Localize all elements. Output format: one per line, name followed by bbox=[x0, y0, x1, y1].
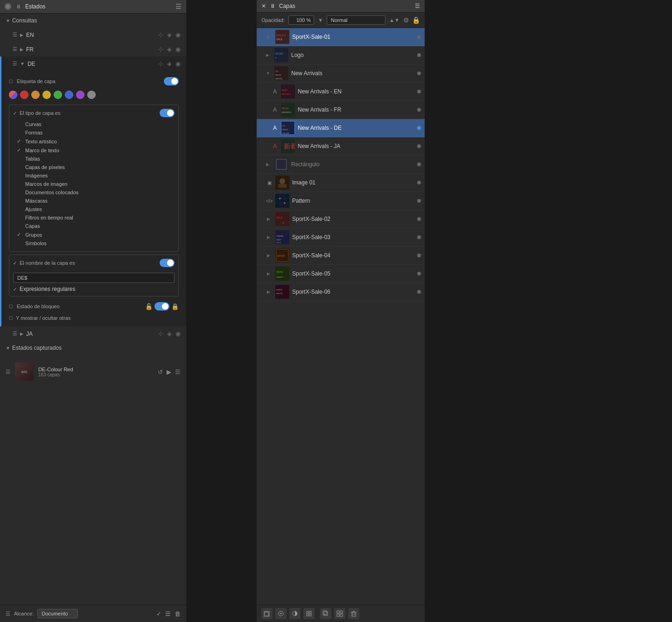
svg-text:SPORT: SPORT bbox=[276, 34, 286, 37]
layer-tag-toggle[interactable] bbox=[164, 77, 179, 85]
adjust-button[interactable] bbox=[303, 608, 315, 619]
checkbox-lock-icon: ☐ bbox=[9, 304, 13, 309]
type-ajustes[interactable]: Ajustes bbox=[13, 205, 175, 213]
swatch-orange[interactable] bbox=[31, 91, 40, 99]
blend-select[interactable]: Normal bbox=[327, 15, 385, 25]
type-filtros[interactable]: Filtros en tiempo real bbox=[13, 213, 175, 222]
layer-type-toggle[interactable] bbox=[160, 109, 175, 117]
menu-icon[interactable]: ☰ bbox=[175, 3, 182, 10]
layer-item-pattern[interactable]: </> Pattern bbox=[257, 192, 425, 210]
svg-text:NOUV.: NOUV. bbox=[282, 107, 289, 110]
type-grupos[interactable]: ✓ Grupos bbox=[13, 230, 175, 239]
close-button[interactable]: ✕ bbox=[5, 3, 11, 10]
footer-checkmark-icon[interactable]: ✓ bbox=[156, 610, 161, 617]
lock-label: Estado de bloqueo bbox=[17, 304, 141, 309]
swatch-purple[interactable] bbox=[76, 91, 84, 99]
type-texto-artistico[interactable]: ✓ Texto artístico bbox=[13, 137, 175, 146]
checkmark-icon: ✓ bbox=[13, 111, 17, 116]
type-mascaras[interactable]: Máscaras bbox=[13, 197, 175, 205]
checkbox-empty-icon: ☐ bbox=[9, 79, 13, 84]
layer-item-rectangle[interactable]: ▶ Rectángulo bbox=[257, 156, 425, 174]
expand-icon-sportx06[interactable]: ▶ bbox=[267, 290, 273, 294]
swatch-multicolor[interactable] bbox=[9, 91, 17, 99]
query-row-en[interactable]: ☰ ▶ EN ⊹ ◈ ◉ bbox=[0, 28, 186, 42]
type-marcos-imagen[interactable]: Marcos de imagen bbox=[13, 180, 175, 188]
layer-name-pattern: Pattern bbox=[292, 198, 414, 204]
type-capas-pixeles[interactable]: Capas de píxeles bbox=[13, 163, 175, 171]
new-fx-button[interactable] bbox=[275, 608, 287, 619]
svg-rect-61 bbox=[324, 612, 328, 615]
type-capas[interactable]: Capas bbox=[13, 222, 175, 230]
swatch-green[interactable] bbox=[54, 91, 62, 99]
type-marco-texto[interactable]: ✓ Marco de texto bbox=[13, 146, 175, 155]
layer-item-sportx05[interactable]: ▶ 30% RABATT SportX-Sale-05 bbox=[257, 265, 425, 283]
layer-name-input[interactable] bbox=[13, 273, 175, 283]
layer-item-sportx02[interactable]: ▶ SALE 02 SportX-Sale-02 bbox=[257, 210, 425, 228]
scope-select[interactable]: Documento bbox=[37, 609, 78, 618]
captured-section-header[interactable]: ▼ Estados capturados bbox=[0, 341, 186, 355]
layer-item-new-arrivals-fr[interactable]: A NOUV. ARRIVÉES New Arrivals - FR bbox=[257, 101, 425, 119]
more-icon[interactable]: ☰ bbox=[175, 368, 181, 375]
type-imagenes[interactable]: Imágenes bbox=[13, 171, 175, 180]
layer-item-sportx04[interactable]: ▶ SPORT SportX-Sale-04 bbox=[257, 247, 425, 265]
new-arrivals-preview: DIE NEUIG KEITEN bbox=[274, 66, 288, 80]
swatch-gray[interactable] bbox=[87, 91, 96, 99]
expand-icon-sportx05[interactable]: ▶ bbox=[267, 271, 273, 276]
footer-list-icon2[interactable]: ☰ bbox=[165, 610, 171, 617]
opacity-input[interactable] bbox=[288, 15, 314, 25]
panel-footer: ☰ Alcance: Documento ✓ ☰ 🗑 bbox=[0, 605, 186, 622]
pause-button[interactable]: ⏸ bbox=[15, 3, 21, 10]
group-button[interactable] bbox=[334, 608, 345, 619]
expand-icon-sportx02[interactable]: ▶ bbox=[267, 217, 273, 221]
footer-trash-icon[interactable]: 🗑 bbox=[175, 610, 181, 617]
settings-lock-icon[interactable]: 🔒 bbox=[412, 16, 420, 24]
query-row-ja[interactable]: ☰ ▶ JA ⊹ ◈ ◉ bbox=[0, 326, 186, 341]
de-header[interactable]: ☰ ▼ DE ⊹ ◈ ◉ bbox=[1, 57, 186, 71]
consultas-section-header[interactable]: ▼ Consultas bbox=[0, 14, 186, 28]
query-label-en: EN bbox=[26, 32, 155, 38]
capas-pause-button[interactable]: ⏸ bbox=[270, 3, 275, 9]
expand-icon-new-arrivals[interactable]: ▼ bbox=[266, 71, 272, 76]
capas-panel: ✕ ⏸ Capas ☰ Opacidad: ▼ Normal ▲▼ ⚙ 🔒 ▶ … bbox=[257, 0, 425, 622]
type-mascaras-label: Máscaras bbox=[25, 198, 48, 204]
duplicate-button[interactable] bbox=[320, 608, 331, 619]
expand-icon-rectangle[interactable]: ▶ bbox=[266, 162, 272, 167]
layer-item-new-arrivals-ja[interactable]: A 新着 New Arrivals - JA bbox=[257, 137, 425, 156]
blend-button[interactable] bbox=[289, 608, 301, 619]
layer-item-sportx01[interactable]: ▶ SPORT SALE SportX-Sale-01 bbox=[257, 28, 425, 46]
eye-slash-icon-de: ◈ bbox=[167, 60, 172, 67]
swatch-blue[interactable] bbox=[65, 91, 73, 99]
sportx04-preview: SPORT bbox=[275, 248, 289, 262]
layer-name-toggle[interactable] bbox=[160, 259, 175, 267]
expand-icon-logo[interactable]: ▶ bbox=[266, 53, 272, 57]
layer-item-sportx06[interactable]: ▶ ENDET HEUTE SportX-Sale-06 bbox=[257, 283, 425, 301]
expand-icon-sportx04[interactable]: ▶ bbox=[267, 253, 273, 258]
expand-icon-sportx03[interactable]: ▶ bbox=[267, 235, 273, 240]
svg-rect-57 bbox=[307, 611, 308, 613]
type-simbolos[interactable]: Símbolos bbox=[13, 239, 175, 247]
type-documentos-colocados[interactable]: Documentos colocados bbox=[13, 188, 175, 197]
swatch-red[interactable] bbox=[20, 91, 28, 99]
layer-item-new-arrivals[interactable]: ▼ DIE NEUIG KEITEN New Arrivals bbox=[257, 64, 425, 83]
settings-gear-icon[interactable]: ⚙ bbox=[403, 16, 409, 24]
delete-button[interactable] bbox=[348, 608, 359, 619]
capas-menu-icon[interactable]: ☰ bbox=[415, 3, 420, 9]
swatch-yellow[interactable] bbox=[42, 91, 51, 99]
layer-item-image01[interactable]: ▣ Image 01 bbox=[257, 174, 425, 192]
reset-icon[interactable]: ↺ bbox=[158, 368, 163, 375]
expand-icon-sportx01[interactable]: ▶ bbox=[267, 35, 273, 39]
svg-rect-63 bbox=[337, 611, 339, 613]
layer-item-new-arrivals-de[interactable]: A DIE NEUIG KEITEN New Arrivals - DE bbox=[257, 119, 425, 137]
layer-item-new-arrivals-en[interactable]: A NEW ARRIVALS New Arrivals - EN bbox=[257, 83, 425, 101]
layer-item-sportx03[interactable]: ▶ VERKAL ENDT HEUTE SportX-Sale-03 bbox=[257, 228, 425, 247]
lock-toggle[interactable] bbox=[154, 302, 169, 311]
query-row-fr[interactable]: ☰ ▶ FR ⊹ ◈ ◉ bbox=[0, 42, 186, 57]
type-tablas[interactable]: Tablas bbox=[13, 155, 175, 163]
type-formas[interactable]: Formas bbox=[13, 128, 175, 137]
capas-close-button[interactable]: ✕ bbox=[261, 3, 266, 9]
layer-item-logo[interactable]: ▶ SPORT X Logo bbox=[257, 46, 425, 64]
new-layer-button[interactable] bbox=[261, 608, 273, 619]
svg-text:ARRIVALS: ARRIVALS bbox=[282, 93, 291, 95]
play-icon[interactable]: ▶ bbox=[167, 368, 171, 375]
type-curvas[interactable]: Curvas bbox=[13, 120, 175, 128]
